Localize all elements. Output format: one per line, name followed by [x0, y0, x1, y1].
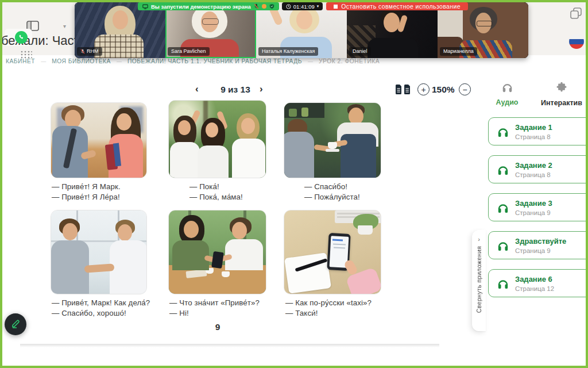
- two-page-view-icon[interactable]: [395, 84, 411, 97]
- photo-phone-translator: [284, 210, 381, 294]
- zoom-out-button[interactable]: −: [459, 83, 471, 95]
- caption-line: — Что зна́чит «Приве́т»?: [169, 298, 260, 308]
- caption-taxi: — Как по-ру́сски «taxi»? — Такси́!: [285, 298, 372, 318]
- annotate-pencil-button[interactable]: [5, 313, 26, 335]
- headphones-icon: [497, 240, 509, 251]
- task-card-1[interactable]: Задание 1Страница 8: [488, 117, 588, 145]
- breadcrumb-cabinet[interactable]: КАБИНЕТ: [6, 58, 35, 64]
- caption-line: — Спаси́бо!: [304, 182, 360, 192]
- task-card-3[interactable]: Задание 3Страница 9: [488, 193, 588, 221]
- task-title: Задание 6: [515, 275, 554, 283]
- headphones-icon: [497, 278, 509, 289]
- participant-name-pill: Daniel: [349, 47, 371, 56]
- textbook-page-number: 9: [193, 322, 242, 332]
- breadcrumb-separator: —: [117, 59, 122, 64]
- caption-line: — Приве́т, Марк! Как дела́?: [52, 298, 150, 308]
- task-subtitle: Страница 12: [515, 285, 554, 292]
- breadcrumb-book[interactable]: ПОБЕЖАЛИ! ЧАСТЬ 1.1. УЧЕБНИК И РАБОЧАЯ Т…: [127, 58, 302, 64]
- task-card-5[interactable]: Задание 6Страница 12: [488, 269, 588, 297]
- chevron-right-icon: ›: [478, 236, 480, 243]
- photo-men-with-phone: [168, 210, 266, 294]
- participant-video-marianella[interactable]: Марианелла: [438, 2, 528, 58]
- collapse-apps-tab[interactable]: › Свернуть приложения: [472, 230, 486, 331]
- headphones-icon: [501, 82, 513, 95]
- caption-line: — Hi!: [169, 308, 260, 319]
- participant-name-pill: Sara Pavlichen: [168, 47, 210, 56]
- task-subtitle: Страница 8: [515, 133, 552, 140]
- photo-greeting-students: [51, 102, 147, 178]
- breadcrumb-lesson: УРОК 2. ФОНЕТИКА: [319, 58, 380, 64]
- tab-audio-label: Аудио: [496, 98, 519, 106]
- breadcrumb: КАБИНЕТ — МОЯ БИБЛИОТЕКА — ПОБЕЖАЛИ! ЧАС…: [6, 58, 380, 64]
- page-prev-button[interactable]: ‹: [195, 83, 199, 95]
- participant-name: Sara Pavlichen: [171, 49, 206, 54]
- task-card-2[interactable]: Задание 2Страница 8: [488, 155, 588, 183]
- participant-name: Наталья Калуженская: [262, 49, 315, 54]
- task-subtitle: Страница 9: [515, 247, 566, 254]
- caption-how-are-you: — Приве́т, Марк! Как дела́? — Спаси́бо, …: [52, 298, 150, 318]
- participant-video-natalia[interactable]: Наталья Калуженская: [256, 2, 347, 58]
- caption-thanks: — Спаси́бо! — Пожа́луйста!: [304, 182, 360, 202]
- meeting-timer[interactable]: 01:41:09 ▾: [282, 2, 323, 10]
- mic-muted-icon: [254, 3, 259, 9]
- participant-video-sara[interactable]: Sara Pavlichen: [165, 2, 256, 58]
- participant-name: Марианелла: [443, 49, 474, 54]
- window-title-partial: бежали: Часть: [1, 33, 75, 48]
- participant-name-pill: RHM: [77, 47, 102, 56]
- participant-name: Daniel: [353, 49, 368, 54]
- caption-line: — Как по-ру́сски «taxi»?: [285, 298, 372, 308]
- photo-barista-coffee: [284, 102, 381, 178]
- meeting-timer-value: 01:41:09: [293, 3, 315, 10]
- photo-handshake: [51, 210, 147, 294]
- screen-share-icon: [142, 4, 148, 9]
- participant-video-daniel[interactable]: Daniel: [347, 2, 438, 58]
- participant-video-rhm[interactable]: RHM: [75, 2, 165, 58]
- copy-tabs-icon[interactable]: [570, 7, 582, 22]
- headphones-icon: [497, 202, 509, 213]
- caption-goodbye: — Пока́! — Пока́, ма́ма!: [189, 182, 243, 202]
- zoom-in-button[interactable]: +: [417, 83, 430, 95]
- participant-name-pill: Наталья Калуженская: [258, 47, 318, 56]
- photo-waving-goodbye: [168, 100, 266, 178]
- page-bottom-shadow: [20, 344, 439, 347]
- tab-interactive[interactable]: Интерактив: [537, 82, 586, 107]
- recording-dot-icon: [262, 4, 266, 9]
- participant-name-pill: Марианелла: [440, 47, 477, 56]
- caption-line: — Спаси́бо, хорошо́!: [52, 308, 150, 319]
- security-shield-icon: [269, 3, 274, 9]
- timer-chevron-icon: ▾: [317, 4, 319, 9]
- russian-flag-language-icon[interactable]: [569, 34, 584, 49]
- task-title: Здравствуйте: [515, 237, 566, 246]
- caption-line: — Пока́, ма́ма!: [189, 192, 243, 202]
- caption-line: — Пожа́луйста!: [304, 192, 360, 202]
- tab-audio[interactable]: Аудио: [488, 82, 526, 106]
- task-title: Задание 1: [515, 123, 552, 132]
- stop-square-icon: [334, 5, 338, 9]
- puzzle-icon: [556, 82, 567, 95]
- breadcrumb-library[interactable]: МОЯ БИБЛИОТЕКА: [52, 58, 111, 64]
- caption-what-means: — Что зна́чит «Приве́т»? — Hi!: [169, 298, 260, 318]
- task-card-4[interactable]: ЗдравствуйтеСтраница 9: [488, 231, 588, 259]
- sharing-notification-text: Вы запустили демонстрацию экрана: [151, 3, 251, 10]
- pencil-icon: [11, 319, 21, 331]
- breadcrumb-separator: —: [308, 59, 313, 64]
- tab-interactive-label: Интерактив: [541, 99, 582, 107]
- caption-line: — Пока́!: [189, 182, 243, 192]
- whatsapp-icon[interactable]: [15, 31, 28, 44]
- caption-line: — Приве́т! Я Марк.: [52, 182, 121, 192]
- zoom-level: 150%: [432, 85, 455, 95]
- stop-sharing-button[interactable]: Остановить совместное использование: [326, 2, 468, 10]
- zoom-video-strip: RHM Sara Pavlichen Наталья Калуженская: [75, 2, 528, 58]
- stop-sharing-label: Остановить совместное использование: [341, 3, 461, 10]
- task-subtitle: Страница 9: [515, 209, 552, 216]
- headphones-icon: [497, 126, 509, 137]
- page-next-button[interactable]: ›: [260, 83, 263, 95]
- caption-line: — Такси́!: [285, 308, 372, 319]
- zoom-sharing-bar: Вы запустили демонстрацию экрана 01:41:0…: [138, 2, 468, 10]
- mic-muted-icon: [80, 49, 85, 54]
- headphones-icon: [497, 164, 509, 175]
- caption-line: — Приве́т! Я Ле́ра!: [52, 192, 121, 202]
- chevron-down-icon[interactable]: ▾: [63, 23, 66, 29]
- screen: ▾ ‹ › бежали: Часть КАБИНЕТ — МОЯ БИБЛИО…: [0, 0, 588, 368]
- breadcrumb-separator: —: [41, 59, 46, 64]
